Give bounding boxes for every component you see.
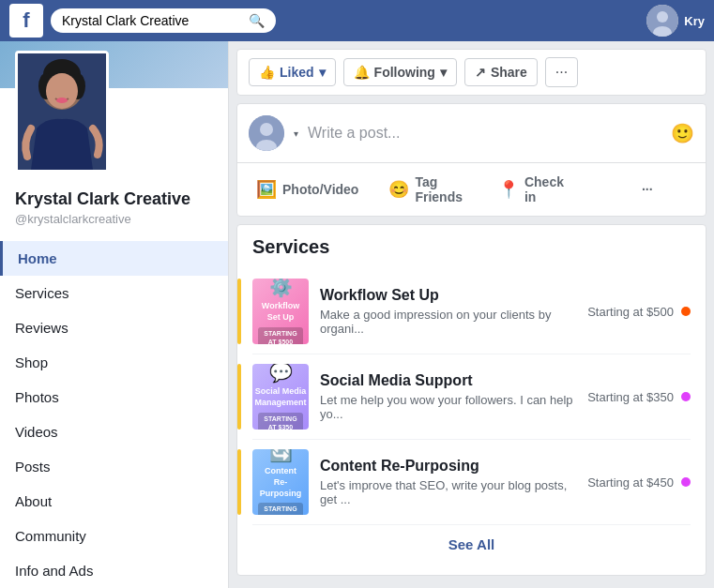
service-desc-2: Let me help you wow your followers. I ca… [320,393,576,421]
svg-point-12 [260,123,273,136]
sidebar-item-home[interactable]: Home [0,241,228,276]
search-bar: 🔍 [51,8,276,33]
service-info-1: Workflow Set Up Make a good impression o… [320,287,576,336]
share-icon: ↗ [475,65,486,80]
services-title: Services [252,236,691,258]
service-thumbnail-2: 💬 Social Media Management STARTING AT $3… [252,364,309,430]
service-thumb-badge-2: STARTING AT $350 [258,413,303,430]
search-input[interactable] [62,13,249,28]
emoji-button[interactable]: 🙂 [671,122,694,144]
service-desc-1: Make a good impression on your clients b… [320,308,576,336]
liked-chevron-icon: ▾ [319,65,326,80]
following-button[interactable]: 🔔 Following ▾ [343,58,457,86]
share-button[interactable]: ↗ Share [464,58,538,86]
service-thumb-icon-2: 💬 [269,364,293,384]
share-label: Share [491,65,527,80]
svg-point-9 [56,98,68,103]
tag-friends-label: Tag Friends [415,174,468,204]
service-price-2: Starting at $350 [587,390,674,404]
photo-video-label: Photo/Video [282,182,358,197]
post-actions-row: 🖼️ Photo/Video 😊 Tag Friends 📍 Check in … [237,162,706,216]
service-price-3: Starting at $450 [587,475,674,490]
service-dot-2 [681,392,691,401]
nav-right: Kry [646,5,705,37]
post-placeholder[interactable]: Write a post... [308,125,661,142]
service-price-1: Starting at $500 [587,305,674,319]
service-thumb-icon-3: 🔄 [269,449,293,464]
service-dot-3 [681,477,691,487]
thumbs-up-icon: 👍 [259,65,275,80]
search-button[interactable]: 🔍 [249,13,265,28]
photo-video-icon: 🖼️ [256,179,277,200]
service-desc-3: Let's improve that SEO, write your blog … [320,478,576,506]
service-side-bar-1 [237,279,241,344]
service-name-1: Workflow Set Up [320,287,576,304]
profile-photo [15,51,109,173]
sidebar-item-about[interactable]: About [0,484,228,519]
sidebar-item-photos[interactable]: Photos [0,380,228,415]
service-name-3: Content Re-Purposing [320,458,576,475]
svg-point-8 [46,73,78,109]
post-input-row: ▾ Write a post... 🙂 [237,104,706,162]
more-actions-button[interactable]: ··· [545,57,578,87]
service-thumb-badge-1: STARTING AT $500 [258,327,303,344]
sidebar-item-shop[interactable]: Shop [0,345,228,380]
liked-label: Liked [280,65,314,80]
services-section: Services ⚙️ Workflow Set Up STARTING AT … [236,224,706,576]
tag-friends-button[interactable]: 😊 Tag Friends [373,167,483,212]
check-in-icon: 📍 [498,179,519,200]
sidebar-item-community[interactable]: Community [0,519,228,553]
facebook-logo: f [9,4,43,38]
action-bar: 👍 Liked ▾ 🔔 Following ▾ ↗ Share ··· [236,49,706,96]
service-thumbnail-3: 🔄 Content Re-Purposing STARTING AT $450 [252,449,309,515]
top-navigation: f 🔍 Kry [0,0,714,41]
nav-username: Kry [684,14,705,28]
sidebar-item-videos[interactable]: Videos [0,415,228,449]
check-in-label: Check in [524,174,578,204]
service-name-2: Social Media Support [320,372,576,389]
service-item-content[interactable]: 🔄 Content Re-Purposing STARTING AT $450 … [252,440,691,525]
service-item-social-media[interactable]: 💬 Social Media Management STARTING AT $3… [252,354,691,440]
profile-name-area: Krystal Clark Creative @krystalclarkcrea… [0,182,228,230]
sidebar-item-reviews[interactable]: Reviews [0,310,228,345]
profile-name: Krystal Clark Creative [15,189,213,210]
post-user-avatar [249,115,284,151]
post-box: ▾ Write a post... 🙂 🖼️ Photo/Video 😊 Tag… [236,103,706,217]
see-all-button[interactable]: See All [252,525,691,564]
svg-point-1 [657,11,668,23]
left-sidebar: Krystal Clark Creative @krystalclarkcrea… [0,41,229,588]
following-icon: 🔔 [354,65,370,80]
profile-photo-container [0,51,228,173]
check-in-button[interactable]: 📍 Check in [483,167,593,212]
sidebar-item-services[interactable]: Services [0,276,228,310]
service-info-2: Social Media Support Let me help you wow… [320,372,576,421]
sidebar-item-info-and-ads[interactable]: Info and Ads [0,553,228,588]
service-side-bar-2 [237,364,241,430]
dropdown-arrow-icon[interactable]: ▾ [294,128,298,139]
avatar [646,5,678,37]
tag-friends-icon: 😊 [388,179,409,200]
service-thumb-text-1: Workflow Set Up [258,301,303,323]
service-info-3: Content Re-Purposing Let's improve that … [320,458,576,506]
sidebar-item-posts[interactable]: Posts [0,449,228,484]
profile-handle: @krystalclarkcreative [15,212,213,226]
photo-video-button[interactable]: 🖼️ Photo/Video [241,172,373,207]
service-thumb-badge-3: STARTING AT $450 [258,503,303,515]
sidebar-nav: Home Services Reviews Shop Photos Videos… [0,241,228,588]
service-side-bar-3 [237,449,241,515]
page-wrapper: Krystal Clark Creative @krystalclarkcrea… [0,41,714,588]
service-thumb-text-3: Content Re-Purposing [258,466,303,499]
service-thumb-icon-1: ⚙️ [269,279,293,299]
service-thumbnail-1: ⚙️ Workflow Set Up STARTING AT $500 [252,279,309,344]
service-thumb-text-2: Social Media Management [255,386,307,408]
main-content: 👍 Liked ▾ 🔔 Following ▾ ↗ Share ··· [229,41,714,588]
following-chevron-icon: ▾ [440,65,447,80]
post-more-button[interactable]: ··· [592,174,702,204]
service-item-workflow[interactable]: ⚙️ Workflow Set Up STARTING AT $500 Work… [252,269,691,354]
post-more-icon: ··· [642,182,653,197]
following-label: Following [374,65,435,80]
liked-button[interactable]: 👍 Liked ▾ [249,58,336,86]
service-dot-1 [681,307,691,316]
